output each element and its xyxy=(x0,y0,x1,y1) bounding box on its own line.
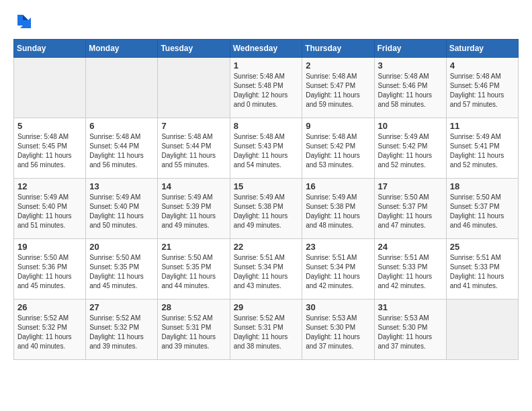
calendar-cell xyxy=(158,58,230,118)
day-number: 24 xyxy=(378,242,443,252)
day-number: 14 xyxy=(161,181,226,191)
day-info: Sunrise: 5:48 AM Sunset: 5:43 PM Dayligh… xyxy=(234,132,299,170)
calendar-cell: 16Sunrise: 5:49 AM Sunset: 5:38 PM Dayli… xyxy=(302,179,374,239)
calendar-cell: 14Sunrise: 5:49 AM Sunset: 5:39 PM Dayli… xyxy=(158,179,230,239)
day-number: 18 xyxy=(450,181,515,191)
calendar-cell: 8Sunrise: 5:48 AM Sunset: 5:43 PM Daylig… xyxy=(230,118,302,179)
calendar-week-row: 1Sunrise: 5:48 AM Sunset: 5:48 PM Daylig… xyxy=(14,58,519,118)
calendar-table: SundayMondayTuesdayWednesdayThursdayFrid… xyxy=(13,39,519,360)
day-info: Sunrise: 5:48 AM Sunset: 5:44 PM Dayligh… xyxy=(89,132,154,170)
calendar-cell: 23Sunrise: 5:51 AM Sunset: 5:34 PM Dayli… xyxy=(302,239,374,300)
day-number: 3 xyxy=(378,60,443,71)
calendar-week-row: 26Sunrise: 5:52 AM Sunset: 5:32 PM Dayli… xyxy=(14,300,519,360)
calendar-cell: 25Sunrise: 5:51 AM Sunset: 5:33 PM Dayli… xyxy=(446,239,518,300)
days-of-week-row: SundayMondayTuesdayWednesdayThursdayFrid… xyxy=(14,40,519,58)
calendar-cell: 17Sunrise: 5:50 AM Sunset: 5:37 PM Dayli… xyxy=(374,179,446,239)
day-info: Sunrise: 5:48 AM Sunset: 5:42 PM Dayligh… xyxy=(306,132,370,170)
day-of-week-header: Saturday xyxy=(446,40,518,58)
calendar-cell: 5Sunrise: 5:48 AM Sunset: 5:45 PM Daylig… xyxy=(14,118,86,179)
calendar-cell: 6Sunrise: 5:48 AM Sunset: 5:44 PM Daylig… xyxy=(86,118,158,179)
calendar-cell xyxy=(14,58,86,118)
calendar-cell: 21Sunrise: 5:50 AM Sunset: 5:35 PM Dayli… xyxy=(158,239,230,300)
day-info: Sunrise: 5:52 AM Sunset: 5:31 PM Dayligh… xyxy=(161,314,226,351)
day-info: Sunrise: 5:52 AM Sunset: 5:31 PM Dayligh… xyxy=(234,314,299,351)
day-info: Sunrise: 5:52 AM Sunset: 5:32 PM Dayligh… xyxy=(17,314,82,351)
calendar-cell: 15Sunrise: 5:49 AM Sunset: 5:38 PM Dayli… xyxy=(230,179,302,239)
day-info: Sunrise: 5:50 AM Sunset: 5:35 PM Dayligh… xyxy=(161,253,226,291)
day-info: Sunrise: 5:51 AM Sunset: 5:34 PM Dayligh… xyxy=(306,253,370,291)
calendar-cell: 18Sunrise: 5:50 AM Sunset: 5:37 PM Dayli… xyxy=(446,179,518,239)
day-number: 7 xyxy=(161,121,226,131)
day-number: 30 xyxy=(306,302,370,312)
calendar-cell: 10Sunrise: 5:49 AM Sunset: 5:42 PM Dayli… xyxy=(374,118,446,179)
calendar-body: 1Sunrise: 5:48 AM Sunset: 5:48 PM Daylig… xyxy=(14,58,519,360)
day-number: 9 xyxy=(306,121,370,131)
calendar-cell: 11Sunrise: 5:49 AM Sunset: 5:41 PM Dayli… xyxy=(446,118,518,179)
day-info: Sunrise: 5:53 AM Sunset: 5:30 PM Dayligh… xyxy=(306,314,370,351)
day-of-week-header: Friday xyxy=(374,40,446,58)
calendar-cell: 22Sunrise: 5:51 AM Sunset: 5:34 PM Dayli… xyxy=(230,239,302,300)
calendar-cell: 24Sunrise: 5:51 AM Sunset: 5:33 PM Dayli… xyxy=(374,239,446,300)
day-number: 5 xyxy=(17,121,82,131)
calendar-cell: 29Sunrise: 5:52 AM Sunset: 5:31 PM Dayli… xyxy=(230,300,302,360)
day-info: Sunrise: 5:50 AM Sunset: 5:35 PM Dayligh… xyxy=(89,253,154,291)
svg-marker-1 xyxy=(23,15,28,20)
day-info: Sunrise: 5:48 AM Sunset: 5:44 PM Dayligh… xyxy=(161,132,226,170)
calendar-cell: 27Sunrise: 5:52 AM Sunset: 5:32 PM Dayli… xyxy=(86,300,158,360)
day-number: 13 xyxy=(89,181,154,191)
day-number: 21 xyxy=(161,242,226,252)
calendar-cell: 26Sunrise: 5:52 AM Sunset: 5:32 PM Dayli… xyxy=(14,300,86,360)
page-header xyxy=(13,13,519,32)
day-info: Sunrise: 5:48 AM Sunset: 5:48 PM Dayligh… xyxy=(234,72,299,109)
calendar-cell: 2Sunrise: 5:48 AM Sunset: 5:47 PM Daylig… xyxy=(302,58,374,118)
day-info: Sunrise: 5:49 AM Sunset: 5:38 PM Dayligh… xyxy=(234,193,299,230)
day-info: Sunrise: 5:51 AM Sunset: 5:33 PM Dayligh… xyxy=(450,253,515,291)
day-of-week-header: Thursday xyxy=(302,40,374,58)
day-number: 27 xyxy=(89,302,154,312)
calendar-cell: 19Sunrise: 5:50 AM Sunset: 5:36 PM Dayli… xyxy=(14,239,86,300)
calendar-cell xyxy=(446,300,518,360)
day-info: Sunrise: 5:51 AM Sunset: 5:33 PM Dayligh… xyxy=(378,253,443,291)
day-number: 23 xyxy=(306,242,370,252)
day-info: Sunrise: 5:50 AM Sunset: 5:37 PM Dayligh… xyxy=(450,193,515,230)
calendar-week-row: 12Sunrise: 5:49 AM Sunset: 5:40 PM Dayli… xyxy=(14,179,519,239)
calendar-cell: 28Sunrise: 5:52 AM Sunset: 5:31 PM Dayli… xyxy=(158,300,230,360)
day-number: 8 xyxy=(234,121,299,131)
day-number: 16 xyxy=(306,181,370,191)
day-info: Sunrise: 5:49 AM Sunset: 5:38 PM Dayligh… xyxy=(306,193,370,230)
logo-icon xyxy=(13,13,32,32)
day-of-week-header: Sunday xyxy=(14,40,86,58)
calendar-cell xyxy=(86,58,158,118)
day-number: 6 xyxy=(89,121,154,131)
day-number: 2 xyxy=(306,60,370,71)
day-number: 1 xyxy=(234,60,299,71)
day-number: 15 xyxy=(234,181,299,191)
day-info: Sunrise: 5:50 AM Sunset: 5:37 PM Dayligh… xyxy=(378,193,443,230)
calendar-cell: 1Sunrise: 5:48 AM Sunset: 5:48 PM Daylig… xyxy=(230,58,302,118)
calendar-cell: 12Sunrise: 5:49 AM Sunset: 5:40 PM Dayli… xyxy=(14,179,86,239)
day-info: Sunrise: 5:53 AM Sunset: 5:30 PM Dayligh… xyxy=(378,314,443,351)
day-of-week-header: Wednesday xyxy=(230,40,302,58)
day-number: 4 xyxy=(450,60,515,71)
day-info: Sunrise: 5:49 AM Sunset: 5:40 PM Dayligh… xyxy=(89,193,154,230)
day-info: Sunrise: 5:49 AM Sunset: 5:39 PM Dayligh… xyxy=(161,193,226,230)
calendar-cell: 30Sunrise: 5:53 AM Sunset: 5:30 PM Dayli… xyxy=(302,300,374,360)
calendar-week-row: 19Sunrise: 5:50 AM Sunset: 5:36 PM Dayli… xyxy=(14,239,519,300)
calendar-cell: 4Sunrise: 5:48 AM Sunset: 5:46 PM Daylig… xyxy=(446,58,518,118)
calendar-cell: 20Sunrise: 5:50 AM Sunset: 5:35 PM Dayli… xyxy=(86,239,158,300)
day-info: Sunrise: 5:48 AM Sunset: 5:45 PM Dayligh… xyxy=(17,132,82,170)
calendar-header: SundayMondayTuesdayWednesdayThursdayFrid… xyxy=(14,40,519,58)
day-info: Sunrise: 5:52 AM Sunset: 5:32 PM Dayligh… xyxy=(89,314,154,351)
day-info: Sunrise: 5:51 AM Sunset: 5:34 PM Dayligh… xyxy=(234,253,299,291)
calendar-cell: 31Sunrise: 5:53 AM Sunset: 5:30 PM Dayli… xyxy=(374,300,446,360)
day-number: 22 xyxy=(234,242,299,252)
day-info: Sunrise: 5:48 AM Sunset: 5:46 PM Dayligh… xyxy=(378,72,443,109)
calendar-cell: 7Sunrise: 5:48 AM Sunset: 5:44 PM Daylig… xyxy=(158,118,230,179)
day-number: 17 xyxy=(378,181,443,191)
day-number: 12 xyxy=(17,181,82,191)
day-number: 28 xyxy=(161,302,226,312)
day-number: 31 xyxy=(378,302,443,312)
day-number: 26 xyxy=(17,302,82,312)
day-number: 11 xyxy=(450,121,515,131)
day-number: 10 xyxy=(378,121,443,131)
